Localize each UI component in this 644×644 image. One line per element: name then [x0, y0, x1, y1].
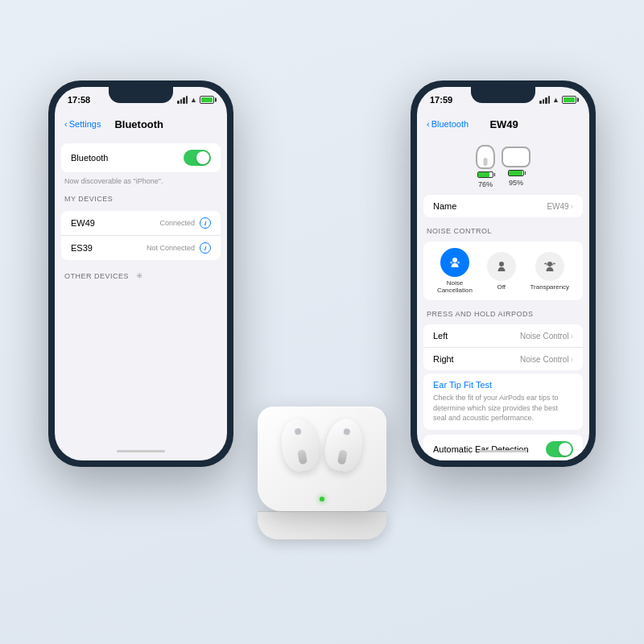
noise-control-group: NoiseCancellation Off [423, 242, 583, 300]
left-airpod-icon [476, 145, 495, 169]
back-label-left: Settings [69, 119, 101, 129]
nav-bar-right: ‹ Bluetooth EW49 [417, 109, 589, 138]
battery-icon-right [562, 96, 576, 104]
info-icon-es39[interactable]: i [200, 242, 211, 254]
noise-option-cancellation[interactable]: NoiseCancellation [437, 248, 473, 294]
press-hold-group: Left Noise Control › Right Noise Control… [423, 324, 583, 370]
press-hold-left-value: Noise Control [520, 332, 569, 341]
back-label-right: Bluetooth [431, 119, 469, 129]
phone-right-screen: 17:59 ▲ ‹ Bl [417, 87, 589, 460]
device-right-ew49: Connected i [159, 217, 211, 229]
battery-icon-left [200, 96, 214, 104]
device-status-es39: Not Connected [147, 244, 195, 252]
bluetooth-group: Bluetooth [61, 143, 221, 172]
bluetooth-toggle[interactable] [184, 150, 211, 166]
press-hold-right-row[interactable]: Right Noise Control › [423, 348, 583, 370]
name-label: Name [433, 201, 456, 211]
case-icon [502, 147, 530, 167]
noise-off-label: Off [497, 283, 506, 291]
wifi-icon-right: ▲ [552, 96, 559, 104]
my-devices-header: MY DEVICES [55, 188, 227, 206]
time-left: 17:58 [68, 95, 90, 105]
bluetooth-row: Bluetooth [61, 143, 221, 172]
home-bar-right [479, 450, 527, 452]
pod-right-dot [343, 428, 350, 436]
time-right: 17:59 [430, 95, 452, 105]
home-bar-left [117, 450, 165, 452]
phone-left: 17:58 ▲ ‹ Se [48, 80, 233, 467]
press-hold-header: PRESS AND HOLD AIRPODS [417, 303, 589, 321]
phone-right: 17:59 ▲ ‹ Bl [411, 80, 596, 467]
nav-title-right: EW49 [469, 118, 539, 130]
status-icons-left: ▲ [177, 96, 214, 104]
noise-control-header: NOISE CONTROL [417, 221, 589, 238]
airpods-case-center [258, 407, 386, 539]
left-battery [477, 171, 493, 178]
case-bottom [258, 511, 386, 539]
svg-point-0 [452, 258, 457, 262]
case-led [320, 497, 324, 502]
device-row-ew49[interactable]: EW49 Connected i [61, 211, 221, 236]
right-battery [508, 170, 524, 176]
ear-tip-title: Ear Tip Fit Test [433, 380, 573, 390]
signal-icon-right [539, 96, 550, 104]
pod-left-dot [294, 428, 301, 436]
name-value: EW49 [547, 202, 568, 211]
left-airpod-graphic: 76% [476, 145, 495, 188]
nav-title-left: Bluetooth [101, 118, 177, 130]
back-chevron-left: ‹ [64, 119, 68, 129]
status-icons-right: ▲ [539, 96, 576, 104]
right-battery-pct: 95% [509, 179, 523, 187]
scene: 17:58 ▲ ‹ Se [0, 0, 644, 644]
ear-tip-desc: Check the fit of your AirPods ear tips t… [433, 393, 573, 423]
other-devices-header: OTHER DEVICES ✳ [55, 265, 227, 283]
case-body [258, 407, 386, 511]
airpods-battery-display: 76% 95% [417, 138, 589, 192]
device-name-ew49: EW49 [71, 218, 95, 228]
press-hold-left-row[interactable]: Left Noise Control › [423, 324, 583, 348]
press-hold-left-label: Left [433, 331, 448, 341]
svg-point-2 [457, 262, 460, 264]
bluetooth-subtitle: Now discoverable as "iPhone". [55, 177, 227, 188]
noise-transparency-icon [535, 252, 564, 281]
bluetooth-label: Bluetooth [71, 153, 108, 163]
pod-left [278, 416, 323, 474]
noise-option-off[interactable]: Off [487, 252, 516, 291]
left-battery-pct: 76% [478, 180, 493, 188]
device-row-es39[interactable]: ES39 Not Connected i [61, 236, 221, 260]
press-hold-right-label: Right [433, 354, 454, 364]
back-button-right[interactable]: ‹ Bluetooth [427, 119, 469, 129]
ear-tip-section[interactable]: Ear Tip Fit Test Check the fit of your A… [423, 374, 583, 430]
right-battery-bar [508, 170, 524, 176]
svg-point-4 [547, 262, 552, 266]
device-name-es39: ES39 [71, 243, 93, 253]
wifi-icon-left: ▲ [190, 96, 197, 104]
notch-left [109, 87, 173, 103]
phone-left-screen: 17:58 ▲ ‹ Se [55, 87, 227, 460]
my-devices-group: EW49 Connected i ES39 Not Connected i [61, 211, 221, 260]
auto-ear-toggle[interactable] [546, 441, 573, 457]
back-chevron-right: ‹ [427, 119, 430, 129]
press-hold-right-value: Noise Control [520, 355, 569, 364]
pod-right [322, 416, 367, 474]
left-battery-bar [477, 171, 493, 178]
spinner-icon: ✳ [136, 271, 143, 280]
svg-point-3 [499, 262, 504, 266]
noise-transparency-label: Transparency [530, 283, 569, 291]
press-hold-right-chevron: › [571, 355, 573, 364]
signal-icon-left [177, 96, 188, 104]
name-chevron: › [571, 202, 573, 211]
noise-options: NoiseCancellation Off [430, 248, 576, 294]
svg-point-1 [450, 262, 452, 264]
auto-ear-group: Automatic Ear Detection [423, 435, 583, 460]
device-right-es39: Not Connected i [147, 242, 211, 254]
noise-cancellation-icon [440, 248, 469, 277]
info-icon-ew49[interactable]: i [200, 217, 211, 229]
nav-bar-left: ‹ Settings Bluetooth [55, 109, 227, 138]
auto-ear-row: Automatic Ear Detection [423, 435, 583, 460]
noise-off-icon [487, 252, 516, 281]
noise-option-transparency[interactable]: Transparency [530, 252, 569, 291]
device-status-ew49: Connected [159, 219, 195, 227]
noise-cancellation-label: NoiseCancellation [437, 279, 473, 294]
back-button-left[interactable]: ‹ Settings [64, 119, 101, 129]
